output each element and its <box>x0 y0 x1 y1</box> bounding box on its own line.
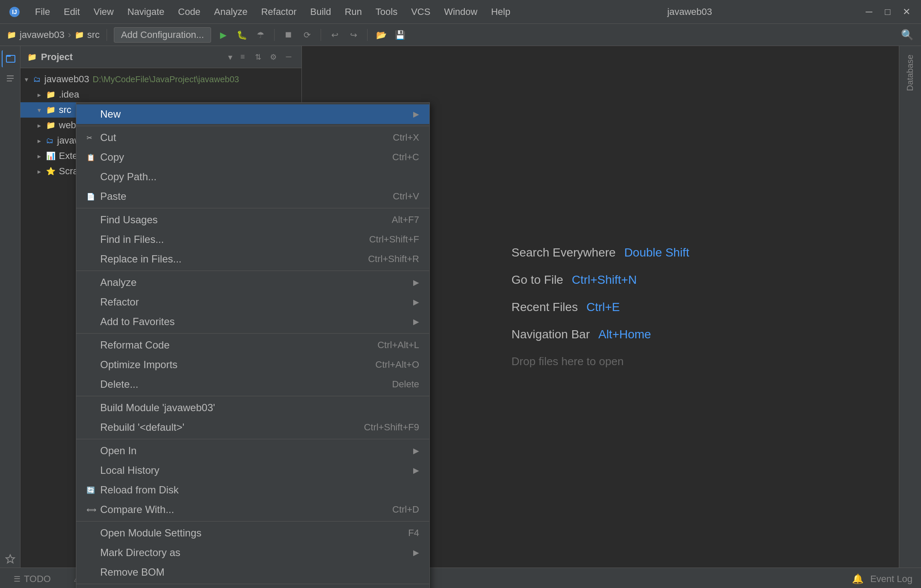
ctx-add-favorites-label: Add to Favorites <box>100 316 409 328</box>
ctx-find-files[interactable]: Find in Files... Ctrl+Shift+F <box>76 230 429 249</box>
close-button[interactable]: ✕ <box>901 6 912 18</box>
settings-button[interactable]: ⚙ <box>267 51 279 63</box>
rerun-button[interactable]: ⟳ <box>300 28 314 42</box>
ctx-cut[interactable]: ✂ Cut Ctrl+X <box>76 128 429 147</box>
ctx-open-in[interactable]: Open In ▶ <box>76 441 429 461</box>
ctx-copy-path[interactable]: Copy Path... <box>76 167 429 187</box>
ctx-mark-directory[interactable]: Mark Directory as ▶ <box>76 543 429 562</box>
ctx-replace-files-shortcut: Ctrl+Shift+R <box>368 254 419 265</box>
ctx-copy-path-label: Copy Path... <box>100 171 419 183</box>
ctx-mark-directory-arrow: ▶ <box>413 548 419 557</box>
external-expand-icon: ▸ <box>38 152 46 160</box>
ctx-reformat[interactable]: Reformat Code Ctrl+Alt+L <box>76 335 429 355</box>
menu-refactor[interactable]: Refactor <box>255 5 302 19</box>
minimize-button[interactable]: ─ <box>863 6 875 18</box>
status-right: 🔔 Event Log <box>852 574 912 585</box>
ctx-analyze-arrow: ▶ <box>413 278 419 287</box>
ctx-add-favorites-arrow: ▶ <box>413 317 419 326</box>
idea-label: .idea <box>59 89 79 100</box>
toolbar: 📁 javaweb03 › 📁 src Add Configuration...… <box>0 24 921 46</box>
menu-window[interactable]: Window <box>438 5 483 19</box>
stop-button[interactable]: ⏹ <box>281 28 295 42</box>
ctx-find-usages[interactable]: Find Usages Alt+F7 <box>76 210 429 230</box>
navigation-bar-shortcut: Alt+Home <box>598 328 651 341</box>
run-button[interactable]: ▶ <box>216 28 230 42</box>
menu-vcs[interactable]: VCS <box>405 5 436 19</box>
sidebar-item-structure[interactable] <box>2 70 19 87</box>
ctx-paste[interactable]: 📄 Paste Ctrl+V <box>76 187 429 206</box>
ctx-add-favorites[interactable]: Add to Favorites ▶ <box>76 312 429 331</box>
forward-button[interactable]: ↪ <box>347 28 360 42</box>
root-label: javaweb03 <box>44 74 89 85</box>
ctx-sep-2 <box>76 208 429 208</box>
ctx-delete[interactable]: Delete... Delete <box>76 375 429 394</box>
module-expand-icon: ▸ <box>38 137 46 145</box>
ctx-local-history[interactable]: Local History ▶ <box>76 461 429 480</box>
ctx-rebuild-shortcut: Ctrl+Shift+F9 <box>364 422 419 433</box>
tab-todo[interactable]: ☰ TODO <box>9 571 56 587</box>
menu-bar: File Edit View Navigate Code Analyze Ref… <box>29 5 516 19</box>
event-log-label[interactable]: Event Log <box>870 574 912 585</box>
save-button[interactable]: 💾 <box>393 28 407 42</box>
ctx-rebuild[interactable]: Rebuild '<default>' Ctrl+Shift+F9 <box>76 418 429 437</box>
ctx-copy[interactable]: 📋 Copy Ctrl+C <box>76 147 429 167</box>
ctx-build-module[interactable]: Build Module 'javaweb03' <box>76 398 429 418</box>
sort-button[interactable]: ⇅ <box>252 51 264 63</box>
ctx-analyze-label: Analyze <box>100 277 409 288</box>
window-title: javaweb03 <box>516 6 863 17</box>
menu-build[interactable]: Build <box>304 5 337 19</box>
maximize-button[interactable]: □ <box>882 6 894 18</box>
add-configuration-button[interactable]: Add Configuration... <box>114 27 211 43</box>
ctx-paste-shortcut: Ctrl+V <box>393 191 419 202</box>
ctx-compare[interactable]: ⟺ Compare With... Ctrl+D <box>76 500 429 519</box>
ctx-new-label: New <box>100 108 409 120</box>
search-everywhere-button[interactable]: 🔍 <box>901 28 914 42</box>
recent-files-row: Recent Files Ctrl+E <box>512 300 689 314</box>
ctx-local-history-label: Local History <box>100 464 409 476</box>
menu-run[interactable]: Run <box>339 5 368 19</box>
menu-edit[interactable]: Edit <box>58 5 86 19</box>
ctx-rebuild-label: Rebuild '<default>' <box>100 421 364 433</box>
sidebar-item-project[interactable] <box>2 50 19 67</box>
ctx-cut-icon: ✂ <box>87 134 100 142</box>
menu-help[interactable]: Help <box>485 5 516 19</box>
back-button[interactable]: ↩ <box>328 28 342 42</box>
breadcrumb-folder: src <box>87 29 100 40</box>
ctx-refactor[interactable]: Refactor ▶ <box>76 292 429 312</box>
navigation-bar-label: Navigation Bar <box>512 328 590 341</box>
ctx-reload[interactable]: 🔄 Reload from Disk <box>76 480 429 500</box>
ctx-diagrams[interactable]: ⬛ Diagrams ▶ <box>76 586 429 588</box>
menu-code[interactable]: Code <box>172 5 207 19</box>
ctx-sep-4 <box>76 333 429 334</box>
tree-item-idea[interactable]: ▸ 📁 .idea <box>20 87 301 102</box>
sidebar-item-favorites[interactable] <box>2 551 19 568</box>
menu-tools[interactable]: Tools <box>370 5 403 19</box>
panel-dropdown-icon[interactable]: ▾ <box>228 52 232 62</box>
ctx-module-settings[interactable]: Open Module Settings F4 <box>76 523 429 543</box>
search-everywhere-shortcut: Double Shift <box>624 246 689 259</box>
panel-header: 📁 Project ▾ ≡ ⇅ ⚙ ─ <box>20 46 301 68</box>
ctx-replace-files[interactable]: Replace in Files... Ctrl+Shift+R <box>76 249 429 269</box>
ctx-analyze[interactable]: Analyze ▶ <box>76 273 429 292</box>
menu-analyze[interactable]: Analyze <box>208 5 253 19</box>
ctx-refactor-arrow: ▶ <box>413 297 419 307</box>
collapse-all-button[interactable]: ≡ <box>237 51 249 63</box>
database-sidebar-label[interactable]: Database <box>905 50 915 95</box>
coverage-button[interactable]: ☂ <box>254 28 267 42</box>
close-panel-button[interactable]: ─ <box>283 51 295 63</box>
panel-folder-icon: 📁 <box>27 52 37 62</box>
ctx-remove-bom[interactable]: Remove BOM <box>76 562 429 582</box>
menu-navigate[interactable]: Navigate <box>122 5 171 19</box>
ctx-compare-icon: ⟺ <box>87 506 100 514</box>
menu-view[interactable]: View <box>87 5 119 19</box>
project-icon: 📁 <box>7 30 16 40</box>
ctx-optimize[interactable]: Optimize Imports Ctrl+Alt+O <box>76 355 429 375</box>
src-icon: 📁 <box>75 30 84 40</box>
ctx-new[interactable]: New ▶ <box>76 104 429 124</box>
menu-file[interactable]: File <box>29 5 56 19</box>
debug-button[interactable]: 🐛 <box>235 28 249 42</box>
tree-root[interactable]: ▾ 🗂 javaweb03 D:\MyCodeFile\JavaProject\… <box>20 72 301 87</box>
web-label: web <box>59 120 76 131</box>
ctx-module-settings-shortcut: F4 <box>408 527 419 539</box>
open-file-button[interactable]: 📂 <box>374 28 388 42</box>
